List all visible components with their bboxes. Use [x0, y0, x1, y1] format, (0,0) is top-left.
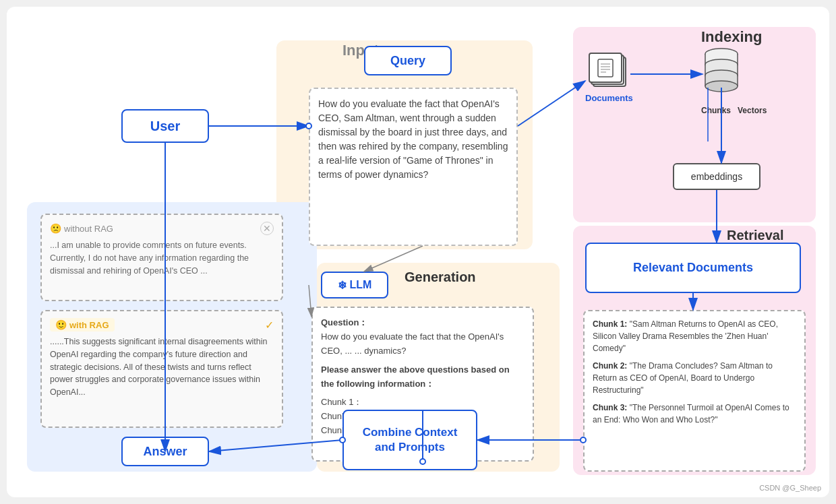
close-icon: ✕	[260, 222, 274, 235]
indexing-label: Indexing	[701, 28, 762, 46]
documents-label: Documents	[585, 93, 633, 103]
answer-label: Answer	[143, 445, 187, 459]
chunk3-title: Chunk 3:	[593, 403, 627, 412]
chunk2-item: Chunk 2: "The Drama Concludes? Sam Altma…	[593, 360, 796, 396]
chunks-box: Chunk 1: "Sam Altman Returns to OpenAI a…	[583, 310, 806, 472]
combine-context-label: Combine Contextand Prompts	[363, 425, 458, 455]
sad-face-icon: 🙁	[50, 223, 61, 234]
without-rag-text: ...I am unable to provide comments on fu…	[50, 239, 274, 277]
embeddings-box: embeddings	[673, 163, 760, 190]
with-rag-header: 🙂 with RAG ✓	[50, 318, 274, 332]
retrieval-label: Retrieval	[727, 228, 784, 243]
watermark: CSDN @G_Sheep	[759, 484, 821, 492]
relevant-documents-label: Relevant Documents	[633, 261, 753, 275]
svg-rect-0	[598, 59, 613, 77]
combine-context-box: Combine Contextand Prompts	[342, 410, 477, 470]
question-label-text: Question：	[321, 317, 367, 327]
generation-question-label: Question：	[321, 316, 525, 330]
query-box: Query	[364, 46, 452, 75]
without-rag-box: 🙁 without RAG ✕ ...I am unable to provid…	[40, 214, 283, 301]
llm-label: LLM	[350, 279, 372, 291]
query-text-box: How do you evaluate the fact that OpenAI…	[309, 88, 518, 246]
with-rag-label: 🙂 with RAG	[50, 318, 115, 332]
generation-label: Generation	[405, 270, 476, 285]
llm-box: ❄ LLM	[321, 272, 388, 298]
query-label: Query	[390, 54, 425, 68]
documents-icon-area: Documents	[585, 53, 633, 103]
user-box: User	[121, 109, 209, 143]
query-text: How do you evaluate the fact that OpenAI…	[318, 98, 508, 180]
generation-instruction: Please answer the above questions based …	[321, 363, 525, 391]
relevant-documents-box: Relevant Documents	[585, 243, 801, 293]
chunk1-item: Chunk 1: "Sam Altman Returns to OpenAI a…	[593, 318, 796, 354]
vectors-label: Vectors	[738, 106, 767, 115]
pages-stack-icon	[589, 53, 629, 90]
chunks-label: Chunks	[701, 106, 731, 115]
user-label: User	[150, 119, 180, 134]
with-rag-label-text: with RAG	[69, 320, 109, 330]
chunk3-item: Chunk 3: "The Personnel Turmoil at OpenA…	[593, 402, 796, 426]
chunk2-title: Chunk 2:	[593, 361, 627, 371]
snowflake-icon: ❄	[338, 279, 347, 292]
main-container: Input Indexing Retrieval Output Generati…	[7, 7, 829, 497]
without-rag-label: 🙁 without RAG	[50, 223, 113, 234]
with-rag-text: ......This suggests significant internal…	[50, 336, 274, 399]
check-icon: ✓	[265, 319, 274, 332]
without-rag-label-text: without RAG	[64, 224, 113, 234]
page-icon-front	[589, 53, 622, 83]
generation-question-text: How do you evaluate the fact that the Op…	[321, 330, 525, 358]
svg-point-17	[705, 81, 738, 92]
without-rag-header: 🙁 without RAG ✕	[50, 222, 274, 235]
cylinder-icon: Chunks Vectors	[701, 46, 767, 115]
chunk1-title: Chunk 1:	[593, 319, 627, 329]
answer-box: Answer	[121, 437, 209, 466]
with-rag-box: 🙂 with RAG ✓ ......This suggests signifi…	[40, 310, 283, 428]
happy-face-icon: 🙂	[55, 319, 67, 330]
embeddings-label: embeddings	[691, 171, 742, 182]
